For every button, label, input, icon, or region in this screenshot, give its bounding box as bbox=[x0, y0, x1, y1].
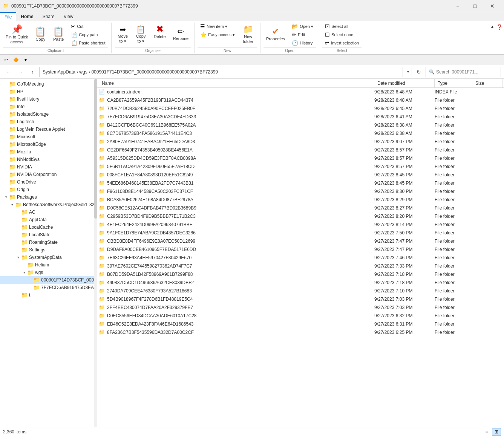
view-tiles-button[interactable]: ⊞ bbox=[492, 428, 501, 436]
file-row[interactable]: 📄containers.index9/28/2023 6:48 AMINDEX … bbox=[97, 88, 504, 96]
maximize-button[interactable]: □ bbox=[466, 0, 484, 12]
sidebar-item[interactable]: 📁HP bbox=[0, 88, 94, 95]
sidebar-item[interactable]: 📁Helium bbox=[0, 261, 94, 269]
sidebar-item[interactable]: 📁LocalState bbox=[0, 231, 94, 239]
address-chevron[interactable]: ▾ bbox=[404, 67, 412, 77]
back-button[interactable]: ← bbox=[3, 67, 14, 77]
file-row[interactable]: 📁D0EC8556EFD84DCAA30ADE6010A17C289/27/20… bbox=[97, 312, 504, 320]
file-row[interactable]: 📁720B74DCB36245B0A90ECCEFF025EB0F9/28/20… bbox=[97, 104, 504, 113]
sidebar-item[interactable]: 📁Intel bbox=[0, 103, 94, 110]
file-row[interactable]: 📁CBBD3E8D4FF6496E9E8A07EC50D126999/27/20… bbox=[97, 237, 504, 245]
file-row[interactable]: 📁B07DD59DA51B42F58969A901B7299F889/27/20… bbox=[97, 270, 504, 278]
properties-button[interactable]: ✔ Properties bbox=[263, 23, 288, 47]
file-row[interactable]: 📁9A1F0E1D78E74ABA9C2DB4357DEC32869/27/20… bbox=[97, 229, 504, 237]
sidebar-item[interactable]: 📁MicrosoftEdge bbox=[0, 141, 94, 148]
close-button[interactable]: ✕ bbox=[484, 0, 501, 12]
file-row[interactable]: 📁440837D5CD1D496686A632CE8089DBF29/27/20… bbox=[97, 278, 504, 287]
sidebar-scrollbar[interactable] bbox=[94, 79, 97, 427]
file-row[interactable]: 📁5F6B11ACA91A42309FD60F55E7AF18CD9/27/20… bbox=[97, 162, 504, 171]
search-box[interactable]: 🔍 bbox=[426, 67, 501, 77]
menu-tab-home[interactable]: Home bbox=[16, 12, 38, 21]
file-row[interactable]: 📁2740DA709CEE476380F793A527B186839/27/20… bbox=[97, 287, 504, 295]
file-row[interactable]: 📁CE2DF6649F274353B405028BE4456E1A9/27/20… bbox=[97, 146, 504, 154]
sidebar-item[interactable]: ▾📁wgs bbox=[0, 269, 94, 276]
col-header-size[interactable]: Size bbox=[472, 79, 502, 87]
pin-button[interactable]: 📌 Pin to Quickaccess bbox=[3, 23, 31, 47]
sidebar-item[interactable]: ▾📁BethesdaSoftworks.ProjectGold_3275kfvn… bbox=[0, 201, 94, 208]
menu-tab-file[interactable]: File bbox=[0, 12, 16, 21]
file-row[interactable]: 📁7F7ECD6AB919475D8EA30A3CDE4FD3339/28/20… bbox=[97, 113, 504, 121]
file-row[interactable]: 📁4E1EC264E2424D099FA2096340791BBE9/27/20… bbox=[97, 220, 504, 229]
file-row[interactable]: 📁397AE7602CE7445598270362AD74F7C79/27/20… bbox=[97, 262, 504, 270]
up-button[interactable]: ↑ bbox=[27, 67, 38, 77]
sidebar-item[interactable]: 📁000901F714D73BCF_0000000000000000000000… bbox=[0, 276, 94, 284]
file-row[interactable]: 📁5D4B9018967F4F278D6B1FD48819E5C49/27/20… bbox=[97, 295, 504, 303]
sidebar-item[interactable]: 📁OneDrive bbox=[0, 178, 94, 186]
forward-button[interactable]: → bbox=[15, 67, 26, 77]
history-button[interactable]: 🕐 History bbox=[289, 39, 316, 47]
delete-button[interactable]: ✖ Delete bbox=[151, 23, 169, 47]
open-button[interactable]: 📂 Open ▾ bbox=[289, 23, 316, 30]
file-row[interactable]: 📁8FA236C7B3F5435596DA032D7A00C2CF9/27/20… bbox=[97, 328, 504, 337]
copy-to-button[interactable]: 📋 Copyto ▾ bbox=[133, 23, 149, 47]
file-row[interactable]: 📁EB46C52E8EDA423F8FA46E64D16865439/27/20… bbox=[97, 320, 504, 328]
help-button[interactable]: ❓ bbox=[496, 24, 502, 30]
file-row[interactable]: 📁A59315D025DD4CD59E3FEBF8ACB8898A9/27/20… bbox=[97, 154, 504, 162]
copy-path-button[interactable]: 📄 Copy path bbox=[68, 31, 108, 38]
menu-tab-share[interactable]: Share bbox=[38, 12, 59, 21]
qa-undo-button[interactable]: ↩ bbox=[2, 55, 11, 64]
sidebar-item[interactable]: 📁NVIDIA Corporation bbox=[0, 171, 94, 178]
view-details-button[interactable]: ≡ bbox=[482, 428, 491, 436]
paste-button[interactable]: 📋 Paste bbox=[50, 23, 67, 47]
new-item-button[interactable]: ☰ New item ▾ bbox=[198, 23, 237, 30]
file-row[interactable]: 📁CA2B87A2659A45F2B193F319ACD443749/28/20… bbox=[97, 96, 504, 104]
sidebar-item[interactable]: 📁AC bbox=[0, 208, 94, 216]
ribbon-collapse-button[interactable]: ▲ bbox=[490, 24, 495, 29]
cut-button[interactable]: ✂ Cut bbox=[68, 23, 108, 30]
file-row[interactable]: 📁BCA85A0E02624E168A84D0877BF2978A9/27/20… bbox=[97, 196, 504, 204]
select-none-button[interactable]: ☐ Select none bbox=[322, 31, 362, 38]
sidebar-item[interactable]: 📁IsolatedStorage bbox=[0, 110, 94, 118]
address-path[interactable]: SystemAppData › wgs › 000901F714D73BCF_0… bbox=[39, 67, 403, 77]
sidebar-item[interactable]: 📁LocalCache bbox=[0, 223, 94, 231]
new-folder-button[interactable]: 📁 Newfolder bbox=[239, 23, 257, 47]
file-row[interactable]: 📁D0C58CE512AC4DFBAB477BD02B3689B99/27/20… bbox=[97, 204, 504, 212]
sidebar-item[interactable]: 📁Logitech bbox=[0, 118, 94, 125]
file-row[interactable]: 📁B412CCFD6BCC40C6911B968EE575A02A9/28/20… bbox=[97, 121, 504, 129]
col-header-name[interactable]: Name bbox=[99, 79, 374, 87]
sidebar-item[interactable]: 📁Mozilla bbox=[0, 148, 94, 156]
sidebar-item[interactable]: 📁Settings bbox=[0, 246, 94, 254]
sidebar-item[interactable]: 📁7F7ECD6AB919475D8EA30A3CDE4FD333 bbox=[0, 284, 94, 291]
sidebar-item[interactable]: 📁AppData bbox=[0, 216, 94, 223]
sidebar-item[interactable]: 📁LogMeIn Rescue Applet bbox=[0, 125, 94, 133]
sidebar-item[interactable]: ▾📁SystemAppData bbox=[0, 254, 94, 261]
sidebar-item[interactable]: 📁INetHistory bbox=[0, 95, 94, 103]
sidebar-item[interactable]: 📁GoToMeeting bbox=[0, 80, 94, 88]
qa-properties-button[interactable]: 🔶 bbox=[11, 55, 20, 64]
file-row[interactable]: 📁54EE686D468145E38EBA2FD7C7443B319/27/20… bbox=[97, 179, 504, 187]
easy-access-button[interactable]: ⭐ Easy access ▾ bbox=[198, 31, 237, 38]
sidebar-item[interactable]: 📁NhNotifSys bbox=[0, 156, 94, 163]
col-header-type[interactable]: Type bbox=[435, 79, 472, 87]
invert-selection-button[interactable]: ⇄ Invert selection bbox=[322, 39, 362, 47]
sidebar-item[interactable]: 📁RoamingState bbox=[0, 239, 94, 246]
qa-dropdown-button[interactable]: ▾ bbox=[21, 55, 30, 64]
menu-tab-view[interactable]: View bbox=[59, 12, 78, 21]
sidebar-item[interactable]: 📁Microsoft bbox=[0, 133, 94, 141]
sidebar-item[interactable]: 📁NVIDIA bbox=[0, 163, 94, 171]
file-row[interactable]: 📁D9DAF8A00CEB4610965F7EDA5171E6DD9/27/20… bbox=[97, 245, 504, 254]
paste-shortcut-button[interactable]: 📋 Paste shortcut bbox=[68, 39, 108, 47]
edit-button[interactable]: ✏ Edit bbox=[289, 31, 316, 38]
move-to-button[interactable]: ➡ Moveto ▾ bbox=[115, 23, 131, 47]
minimize-button[interactable]: − bbox=[449, 0, 466, 12]
file-row[interactable]: 📁2FF4EEC480074D7FAA20A2F329379FE79/27/20… bbox=[97, 303, 504, 312]
col-header-date[interactable]: Date modified bbox=[374, 79, 435, 87]
file-row[interactable]: 📁C2959B53D7BD4F9D9B5BBB77E171B2C39/27/20… bbox=[97, 212, 504, 220]
refresh-button[interactable]: ↻ bbox=[414, 67, 424, 77]
sidebar-item[interactable]: 📁Origin bbox=[0, 186, 94, 193]
sidebar-item[interactable]: ▾📁Packages bbox=[0, 193, 94, 201]
select-all-button[interactable]: ☑ Select all bbox=[322, 23, 362, 30]
rename-button[interactable]: ✏ Rename bbox=[170, 23, 191, 47]
file-row[interactable]: 📁F961108D8E1444589CA50C203FC371CF9/27/20… bbox=[97, 187, 504, 196]
search-input[interactable] bbox=[436, 69, 498, 75]
